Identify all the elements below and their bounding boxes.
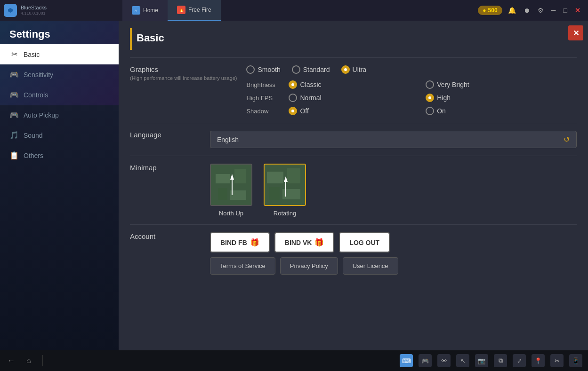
content-area: ✕ Basic Graphics (High performance will …	[119, 21, 588, 350]
brightness-options: Classic	[289, 80, 321, 89]
taskbar-divider	[42, 355, 43, 366]
sidebar-item-label: Controls	[24, 91, 48, 99]
bind-fb-button[interactable]: BIND FB 🎁	[210, 232, 270, 253]
sidebar-item-sensitivity[interactable]: 🎮 Sensitivity	[0, 64, 119, 85]
taskbar-gamepad-btn[interactable]: 🎮	[419, 354, 432, 367]
user-licence-label: User Licence	[353, 262, 388, 269]
section-title: Basic	[130, 28, 577, 50]
normal-label: Normal	[300, 94, 321, 102]
taskbar-cursor-btn[interactable]: ↖	[456, 354, 469, 367]
controls-icon: 🎮	[9, 90, 19, 99]
high-label: High	[437, 94, 451, 102]
taskbar-eye-btn[interactable]: 👁	[437, 354, 451, 367]
taskbar-scissors-btn[interactable]: ✂	[550, 354, 564, 367]
taskbar-camera-btn[interactable]: 📷	[475, 354, 488, 367]
taskbar-copy-btn[interactable]: ⧉	[494, 354, 507, 367]
sidebar-item-others[interactable]: 📋 Others	[0, 145, 119, 166]
shadow-label: Shadow	[246, 108, 284, 115]
standard-radio[interactable]	[292, 65, 300, 74]
language-label: Language	[130, 131, 201, 139]
ultra-label: Ultra	[353, 66, 367, 73]
maximize-btn[interactable]: □	[562, 6, 569, 15]
settings-btn[interactable]: ⚙	[536, 6, 546, 15]
taskbar-phone-btn[interactable]: 📱	[569, 354, 582, 367]
sidebar-item-basic[interactable]: ✂ Basic	[0, 44, 119, 64]
auto-pickup-icon: 🎮	[9, 111, 19, 119]
main-layout: Settings ✂ Basic 🎮 Sensitivity 🎮 Control…	[0, 21, 588, 350]
on-radio[interactable]	[426, 107, 434, 115]
title-bar-right: ● 500 🔔 ⏺ ⚙ ─ □ ✕	[472, 6, 588, 15]
others-icon: 📋	[9, 151, 19, 160]
language-select[interactable]: English ↺	[210, 131, 577, 148]
settings-close-button[interactable]: ✕	[568, 25, 583, 40]
app-branding: BlueStacks 4.110.0.1081	[0, 4, 122, 17]
back-button[interactable]: ←	[6, 355, 17, 367]
smooth-radio[interactable]	[246, 65, 255, 74]
bind-vk-gift-icon: 🎁	[314, 238, 324, 247]
bind-fb-label: BIND FB	[220, 239, 247, 246]
highfps-high[interactable]: High	[426, 94, 451, 102]
svg-rect-10	[267, 172, 283, 183]
coin-icon: ●	[483, 7, 486, 14]
user-licence-button[interactable]: User Licence	[343, 257, 398, 275]
off-label: Off	[300, 107, 308, 115]
taskbar-keyboard-btn[interactable]: ⌨	[400, 354, 413, 367]
taskbar-map-btn[interactable]: 📍	[532, 354, 545, 367]
sidebar-item-label: Others	[24, 152, 43, 159]
smooth-label: Smooth	[258, 66, 280, 73]
highfps-normal[interactable]: Normal	[289, 94, 321, 102]
high-radio[interactable]	[426, 94, 434, 102]
sensitivity-icon: 🎮	[9, 70, 19, 79]
minimap-options: North Up	[210, 164, 577, 217]
sidebar: Settings ✂ Basic 🎮 Sensitivity 🎮 Control…	[0, 21, 119, 350]
home-button[interactable]: ⌂	[24, 355, 33, 367]
coins-badge: ● 500	[478, 6, 502, 15]
sidebar-item-auto-pickup[interactable]: 🎮 Auto Pickup	[0, 105, 119, 125]
graphics-content: Smooth Standard Ultra	[246, 65, 577, 115]
ultra-radio[interactable]	[341, 65, 350, 74]
minimap-north-up[interactable]: North Up	[210, 164, 252, 217]
bluestacks-logo	[4, 4, 17, 17]
graphics-smooth[interactable]: Smooth	[246, 65, 280, 74]
privacy-policy-button[interactable]: Privacy Policy	[280, 257, 338, 275]
classic-radio[interactable]	[289, 80, 297, 89]
svg-rect-12	[269, 187, 280, 200]
brightness-classic[interactable]: Classic	[289, 80, 321, 89]
svg-rect-11	[287, 168, 300, 183]
brightness-label: Brightness	[246, 81, 284, 88]
language-content: English ↺	[210, 131, 577, 148]
notification-btn[interactable]: 🔔	[506, 6, 518, 15]
svg-rect-4	[234, 169, 246, 183]
terms-of-service-button[interactable]: Terms of Service	[210, 257, 275, 275]
graphics-row: Graphics (High performance will increase…	[130, 57, 577, 123]
logout-button[interactable]: LOG OUT	[339, 232, 390, 253]
taskbar: ← ⌂ ⌨ 🎮 👁 ↖ 📷 ⧉ ⤢ 📍 ✂ 📱	[0, 350, 588, 371]
bluestacks-title: BlueStacks 4.110.0.1081	[21, 5, 47, 16]
shadow-on[interactable]: On	[426, 107, 446, 115]
tab-home[interactable]: ⌂ Home	[122, 0, 168, 21]
sidebar-item-label: Sound	[24, 132, 42, 139]
graphics-standard[interactable]: Standard	[292, 65, 330, 74]
brightness-verybright[interactable]: Very Bright	[426, 80, 469, 89]
minimap-rotating[interactable]: Rotating	[264, 164, 306, 217]
normal-radio[interactable]	[289, 94, 297, 102]
close-window-btn[interactable]: ✕	[573, 6, 582, 15]
bind-fb-gift-icon: 🎁	[250, 238, 259, 247]
graphics-ultra[interactable]: Ultra	[341, 65, 367, 74]
logout-label: LOG OUT	[349, 239, 379, 246]
sidebar-item-controls[interactable]: 🎮 Controls	[0, 85, 119, 105]
language-row: Language English ↺	[130, 123, 577, 156]
shadow-row: Shadow Off	[246, 107, 397, 115]
taskbar-expand-btn[interactable]: ⤢	[513, 354, 526, 367]
refresh-icon[interactable]: ↺	[564, 135, 570, 144]
verybright-radio[interactable]	[426, 80, 434, 89]
minimize-btn[interactable]: ─	[549, 6, 558, 15]
brightness-row: Brightness Classic	[246, 80, 397, 89]
shadow-off[interactable]: Off	[289, 107, 308, 115]
shadow-on-row: On	[426, 107, 577, 115]
record-btn[interactable]: ⏺	[522, 6, 532, 15]
off-radio[interactable]	[289, 107, 297, 115]
sidebar-item-sound[interactable]: 🎵 Sound	[0, 125, 119, 145]
tab-free-fire[interactable]: 🔥 Free Fire	[168, 0, 221, 21]
bind-vk-button[interactable]: BIND VK 🎁	[274, 232, 335, 253]
